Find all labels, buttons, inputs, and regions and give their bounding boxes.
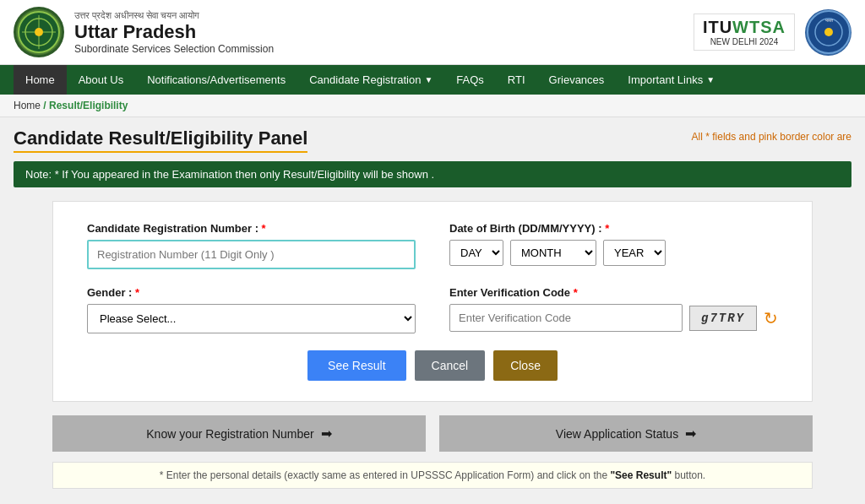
dob-label: Date of Birth (DD/MM/YYYY) : * [449,222,778,235]
site-header: उत्तर प्रदेश अधीनस्थ सेवा चयन आयोग Uttar… [0,0,865,65]
header-title: उत्तर प्रदेश अधीनस्थ सेवा चयन आयोग Uttar… [74,10,274,55]
view-status-arrow: ➡ [685,425,696,442]
captcha-refresh-button[interactable]: ↻ [764,308,778,328]
gender-select[interactable]: Please Select... Male Female Other [87,304,416,333]
form-panel: Candidate Registration Number : * Date o… [52,201,813,402]
svg-text:भारत: भारत [824,18,832,23]
action-buttons: See Result Cancel Close [87,350,778,381]
header-right: ITUWTSA NEW DELHI 2024 भारत [694,9,851,56]
know-reg-arrow: ➡ [321,425,332,442]
org-logo [14,7,64,57]
reg-number-input[interactable] [87,240,416,269]
dob-required: * [605,222,609,235]
header-left: उत्तर प्रदेश अधीनस्थ सेवा चयन आयोग Uttar… [14,7,274,57]
itu-label: ITU [703,18,732,36]
dob-month-select[interactable]: MONTH JanuaryFebruaryMarch AprilMayJune … [510,240,596,266]
verification-input-group: g7TRY ↻ [449,304,778,332]
gender-label: Gender : * [87,286,416,299]
itu-sub: NEW DELHI 2024 [703,37,786,46]
main-nav: Home About Us Notifications/Advertisemen… [0,65,865,95]
svg-point-9 [824,28,833,36]
gender-group: Gender : * Please Select... Male Female … [87,286,416,333]
reg-required: * [262,222,266,235]
important-links-chevron: ▼ [706,75,715,84]
see-result-highlight: "See Result" [610,469,672,481]
main-content: Candidate Result/Eligibility Panel All *… [0,117,865,499]
candidate-reg-chevron: ▼ [424,75,432,84]
wtsa-label: WTSA [732,18,786,36]
form-row-1: Candidate Registration Number : * Date o… [87,222,778,269]
logo-inner [16,9,62,55]
org-sub: Subordinate Services Selection Commissio… [74,43,274,55]
breadcrumb-home[interactable]: Home [14,100,41,111]
nav-faqs[interactable]: FAQs [444,65,496,95]
nav-home[interactable]: Home [14,65,67,95]
hindi-title: उत्तर प्रदेश अधीनस्थ सेवा चयन आयोग [74,10,274,21]
breadcrumb: Home / Result/Eligibility [0,95,865,117]
footer-note: * Enter the personal details (exactly sa… [52,462,813,489]
verification-label: Enter Verification Code * [449,286,778,299]
dob-group: Date of Birth (DD/MM/YYYY) : * DAY 1234 … [449,222,778,269]
reg-number-group: Candidate Registration Number : * [87,222,416,269]
verification-group: Enter Verification Code * g7TRY ↻ [449,286,778,333]
dob-year-select[interactable]: YEAR 198019851990 199520002005 [603,240,666,266]
right-logo: भारत [805,9,851,56]
bottom-buttons: Know your Registration Number ➡ View App… [52,415,813,452]
dob-day-select[interactable]: DAY 1234 5101520 2528293031 [449,240,503,266]
itu-text: ITUWTSA [703,18,786,37]
know-registration-button[interactable]: Know your Registration Number ➡ [52,415,426,452]
dob-selects: DAY 1234 5101520 2528293031 MONTH Januar… [449,240,778,266]
see-result-button[interactable]: See Result [307,350,405,381]
breadcrumb-current: Result/Eligibility [49,100,128,111]
org-name: Uttar Pradesh [74,21,274,43]
nav-about[interactable]: About Us [67,65,135,95]
nav-grievances[interactable]: Grievances [537,65,617,95]
form-row-2: Gender : * Please Select... Male Female … [87,286,778,333]
reg-number-label: Candidate Registration Number : * [87,222,416,235]
note-bar: Note: * If You appeared in the Examinati… [14,161,851,187]
page-title: Candidate Result/Eligibility Panel [14,127,307,153]
title-row: Candidate Result/Eligibility Panel All *… [14,127,851,161]
nav-candidate-reg[interactable]: Candidate Registration▼ [297,65,444,95]
nav-important-links[interactable]: Important Links▼ [616,65,726,95]
svg-point-2 [35,28,43,36]
itu-badge: ITUWTSA NEW DELHI 2024 [694,14,795,51]
required-note: All * fields and pink border color are [692,131,851,143]
gender-required: * [135,286,139,299]
captcha-image: g7TRY [689,306,757,331]
cancel-button[interactable]: Cancel [415,350,486,381]
nav-notifications[interactable]: Notifications/Advertisements [135,65,297,95]
verification-input[interactable] [449,304,683,332]
nav-rti[interactable]: RTI [496,65,537,95]
verification-required: * [574,286,578,299]
close-button[interactable]: Close [493,350,558,381]
view-application-status-button[interactable]: View Application Status ➡ [439,415,813,452]
